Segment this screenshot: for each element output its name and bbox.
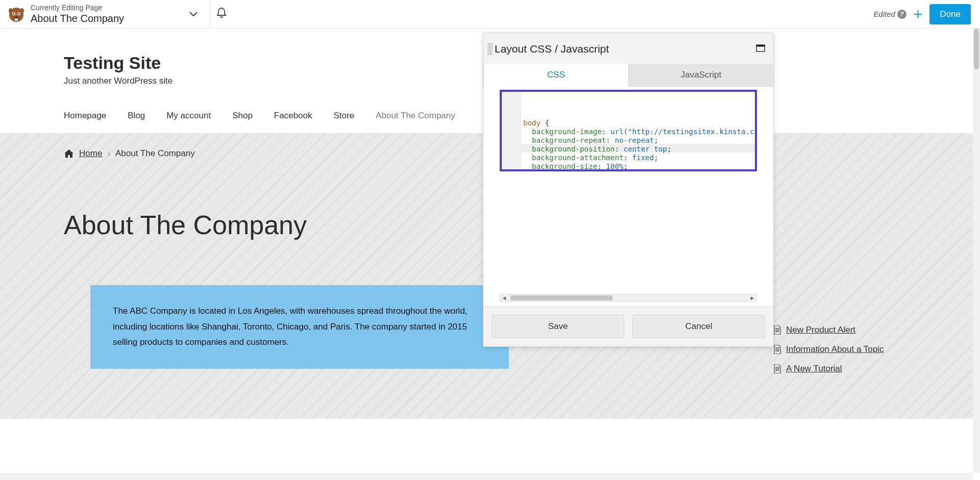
scrollbar-thumb[interactable] [974,29,979,69]
nav-item-myaccount[interactable]: My account [166,111,211,121]
code-lines[interactable]: body { background-image: url("http://tes… [521,92,755,169]
toolbar-divider [210,0,210,29]
top-toolbar: Currently Editing Page About The Company… [0,0,980,29]
sidebar-links: New Product Alert Information About a To… [773,325,916,383]
tab-css[interactable]: CSS [483,64,629,87]
svg-point-7 [9,8,13,13]
document-icon [773,325,781,335]
edited-status: Edited ? [873,10,906,19]
help-icon[interactable]: ? [897,10,906,19]
breadcrumb-current: About The Company [115,148,195,159]
editor-empty-area[interactable] [500,171,757,294]
horizontal-scrollbar[interactable]: ◄ ► [500,294,757,302]
toolbar-right: Edited ? + Done [873,4,980,24]
panel-header[interactable]: Layout CSS / Javascript [483,33,773,64]
svg-point-3 [13,13,15,15]
nav-item-store[interactable]: Store [334,111,355,121]
content-paragraph: The ABC Company is located in Los Angele… [113,304,486,350]
sidebar-link-1[interactable]: New Product Alert [786,325,855,335]
svg-rect-6 [15,18,18,21]
page-vertical-scrollbar[interactable] [973,29,980,473]
editor-highlight: body { background-image: url("http://tes… [500,90,757,171]
bell-icon[interactable] [216,7,227,21]
sidebar-link-2[interactable]: Information About a Topic [786,344,884,355]
editor-wrap: body { background-image: url("http://tes… [483,87,773,306]
code-editor[interactable]: body { background-image: url("http://tes… [502,92,755,169]
chevron-down-icon[interactable] [189,9,198,19]
breadcrumb-home[interactable]: Home [79,148,102,159]
nav-item-facebook[interactable]: Facebook [274,111,312,121]
svg-point-4 [18,13,20,15]
beaver-logo-icon[interactable] [6,4,27,24]
home-icon [64,149,74,158]
list-item: New Product Alert [773,325,916,335]
breadcrumb-separator: › [107,148,110,159]
document-icon [773,364,781,373]
page-horizontal-scrollbar[interactable] [0,473,973,480]
list-item: A New Tutorial [773,364,916,374]
scroll-right-icon[interactable]: ► [748,295,756,301]
nav-item-blog[interactable]: Blog [128,111,145,121]
editing-label: Currently Editing Page [31,4,124,12]
editing-info: Currently Editing Page About The Company [31,4,124,24]
edited-text: Edited [873,10,895,18]
add-button[interactable]: + [914,6,923,23]
done-button[interactable]: Done [929,4,971,24]
editing-page-title: About The Company [31,12,124,24]
content-block[interactable]: The ABC Company is located in Los Angele… [90,285,509,369]
save-button[interactable]: Save [492,315,624,338]
panel-tabs: CSS JavaScript [483,64,773,87]
panel-title: Layout CSS / Javascript [495,43,609,55]
document-icon [773,345,781,354]
cancel-button[interactable]: Cancel [632,315,765,338]
list-item: Information About a Topic [773,344,916,355]
maximize-icon[interactable] [756,44,765,54]
editor-gutter [502,92,521,169]
sidebar-link-3[interactable]: A New Tutorial [786,364,842,374]
css-js-panel: Layout CSS / Javascript CSS JavaScript b… [483,33,774,347]
nav-item-shop[interactable]: Shop [232,111,253,121]
svg-rect-10 [756,45,765,47]
tab-javascript[interactable]: JavaScript [629,64,773,87]
scrollbar-thumb[interactable] [510,295,612,300]
svg-point-8 [20,8,24,13]
nav-item-homepage[interactable]: Homepage [64,111,106,121]
drag-handle-icon[interactable] [485,40,495,58]
panel-footer: Save Cancel [483,306,773,346]
scroll-left-icon[interactable]: ◄ [500,295,508,301]
nav-item-about[interactable]: About The Company [376,111,455,121]
toolbar-left: Currently Editing Page About The Company [0,4,204,24]
